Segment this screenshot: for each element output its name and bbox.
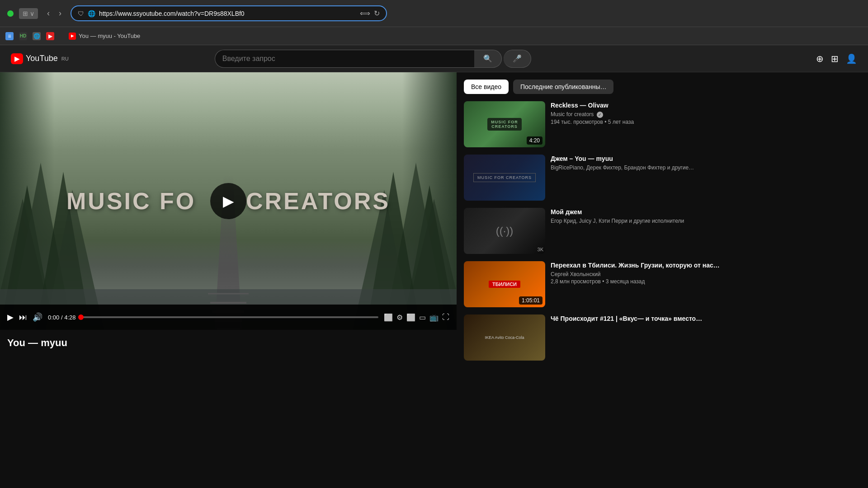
video-thumb-3: ((·)) 3K [464,208,545,254]
play-pause-button[interactable]: ▶ [7,312,14,322]
creators-badge: Music forCreators [487,118,522,131]
volume-button[interactable]: 🔊 [33,312,42,322]
filter-all-button[interactable]: Все видео [464,80,509,94]
play-button-overlay[interactable]: ▶ [210,183,246,219]
video-card-stats-4: 2,8 млн просмотров • 3 месяца назад [551,278,861,285]
youtube-header: ▶ YouTube RU 🔍 🎤 ⊕ ⊞ 👤 [0,45,868,72]
video-thumb-1: Music forCreators 4:20 [464,101,545,147]
video-thumb-4: ТБИЛИСИ 1:05:01 [464,261,545,307]
video-card-title-2: Джем – You — myuu [551,155,861,163]
tab-icon-hd[interactable]: HD [19,32,27,40]
trees-right [402,72,457,330]
video-meta-1: Reckless — Olivaw Music for creators ✓ 1… [551,101,861,147]
traffic-light-green[interactable] [7,10,14,17]
active-tab[interactable]: ▶ You — myuu - YouTube [69,33,140,40]
voice-search-button[interactable]: 🎤 [504,50,531,68]
video-card-channel-4: Сергей Хволынский [551,271,861,277]
video-card-title-5: Чё Происходит #121 | «Вкус— и точка» вме… [551,314,861,323]
shield-icon: 🛡 [78,10,84,17]
video-card-title-4: Переехал в Тбилиси. Жизнь Грузии, котору… [551,261,861,269]
traffic-lights [7,10,14,17]
cast-button[interactable]: 📺 [429,313,439,322]
translate-button[interactable]: ⟺ [360,9,370,18]
tab-icon-doc[interactable]: ≡ [5,32,14,40]
wave-icon: ((·)) [496,225,514,237]
youtube-logo-text: YouTube [26,54,58,63]
settings-button[interactable]: ⚙ [396,313,403,322]
search-button[interactable]: 🔍 [474,50,502,68]
thumb-duration-4: 1:05:01 [519,296,542,305]
video-card-channel-1: Music for creators ✓ [551,111,861,118]
main-video-title: You — myuu [7,337,457,349]
youtube-logo-icon: ▶ [11,53,23,64]
subtitles-button[interactable]: ⬜ [384,313,393,322]
address-bar-container[interactable]: 🛡 🌐 ⟺ ↻ [71,5,387,21]
video-card-channel-3: Егор Крид, Juicy J, Кэти Перри и другие … [551,218,861,224]
verified-icon-1: ✓ [597,112,603,118]
time-display: 0:00 / 4:28 [48,314,75,321]
sidebar-recommendations: Все видео Последние опубликованны… Music… [457,72,868,488]
main-content: MUSIC FO CREATORS ▶ ▶ ⏭ 🔊 0:00 / 4:28 [0,72,868,488]
back-button[interactable]: ‹ [43,7,53,20]
video-meta-4: Переехал в Тбилиси. Жизнь Грузии, котору… [551,261,861,307]
apps-button[interactable]: ⊞ [831,53,839,64]
video-meta-3: Мой джем Егор Крид, Juicy J, Кэти Перри … [551,208,861,254]
video-card-title-3: Мой джем [551,208,861,216]
progress-dot [78,314,84,320]
theatre-mode-button[interactable]: ▭ [419,313,426,322]
video-meta-2: Джем – You — myuu BigRicePiano, Дерек Фи… [551,155,861,201]
video-controls: ▶ ⏭ 🔊 0:00 / 4:28 ⬜ ⚙ ⬜ ▭ 📺 ⛶ [0,305,457,330]
browser-chrome: ⊞ ∨ ‹ › 🛡 🌐 ⟺ ↻ [0,0,868,27]
video-card-title-1: Reckless — Olivaw [551,101,861,109]
youtube-logo[interactable]: ▶ YouTube RU [11,53,69,64]
next-button[interactable]: ⏭ [19,313,27,322]
thumb-bg-2: MUSIC FOR CREATORS [464,155,545,201]
refresh-button[interactable]: ↻ [374,9,380,18]
fullscreen-button[interactable]: ⛶ [442,313,449,322]
header-actions: ⊕ ⊞ 👤 [816,53,857,64]
video-card-2[interactable]: MUSIC FOR CREATORS Джем – You — myuu Big… [464,155,861,201]
video-card-3[interactable]: ((·)) 3K Мой джем Егор Крид, Juicy J, Кэ… [464,208,861,254]
thumb-bg-3: ((·)) [464,208,545,254]
miniplayer-button[interactable]: ⬜ [406,313,415,322]
music-creators-label: MUSIC FOR CREATORS [473,173,536,182]
video-card-4[interactable]: ТБИЛИСИ 1:05:01 Переехал в Тбилиси. Жизн… [464,261,861,307]
search-container: 🔍 🎤 [215,50,531,68]
tab-icon-globe[interactable]: 🌐 [33,32,41,40]
video-card-1[interactable]: Music forCreators 4:20 Reckless — Olivaw… [464,101,861,147]
tbilisi-label: ТБИЛИСИ [489,281,520,288]
video-meta-5: Чё Происходит #121 | «Вкус— и точка» вме… [551,314,861,361]
address-bar[interactable] [99,10,356,17]
tab-bar: ≡ HD 🌐 ▶ ▶ You — myuu - YouTube [0,27,868,45]
video-card-channel-2: BigRicePiano, Дерек Фихтер, Брандон Фихт… [551,164,861,171]
search-input[interactable] [215,50,474,68]
video-card-5[interactable]: IKEA Avito Coca-Cola Чё Происходит #121 … [464,314,861,361]
nav-arrows: ‹ › [43,7,65,20]
filter-recent-button[interactable]: Последние опубликованны… [513,80,613,94]
account-button[interactable]: 👤 [846,53,857,64]
video-thumb-2: MUSIC FOR CREATORS [464,155,545,201]
settings-controls: ⬜ ⚙ ⬜ ▭ 📺 ⛶ [384,313,449,322]
progress-bar[interactable] [81,316,378,318]
video-section: MUSIC FO CREATORS ▶ ▶ ⏭ 🔊 0:00 / 4:28 [0,72,457,488]
create-video-button[interactable]: ⊕ [816,53,824,64]
video-card-stats-1: 194 тыс. просмотров • 5 лет наза [551,119,861,125]
thumb-bg-5: IKEA Avito Coca-Cola [464,314,545,361]
thumb-duration-1: 4:20 [527,136,542,145]
tab-title-text: You — myuu - YouTube [79,33,140,39]
globe-icon: 🌐 [88,10,95,17]
video-player[interactable]: MUSIC FO CREATORS ▶ ▶ ⏭ 🔊 0:00 / 4:28 [0,72,457,330]
youtube-locale: RU [61,56,69,61]
tab-icon-youtube[interactable]: ▶ [46,32,54,40]
yt-favicon: ▶ [69,33,76,40]
video-scene: MUSIC FO CREATORS ▶ [0,72,457,330]
video-info: You — myuu [0,330,457,349]
filter-buttons: Все видео Последние опубликованны… [464,80,861,94]
thumb-badge-3k: 3K [538,247,543,252]
forward-button[interactable]: › [55,7,65,20]
sidebar-toggle-button[interactable]: ⊞ ∨ [19,8,38,19]
video-thumb-5: IKEA Avito Coca-Cola [464,314,545,361]
logos-label: IKEA Avito Coca-Cola [485,335,524,340]
trees-left [0,72,54,330]
